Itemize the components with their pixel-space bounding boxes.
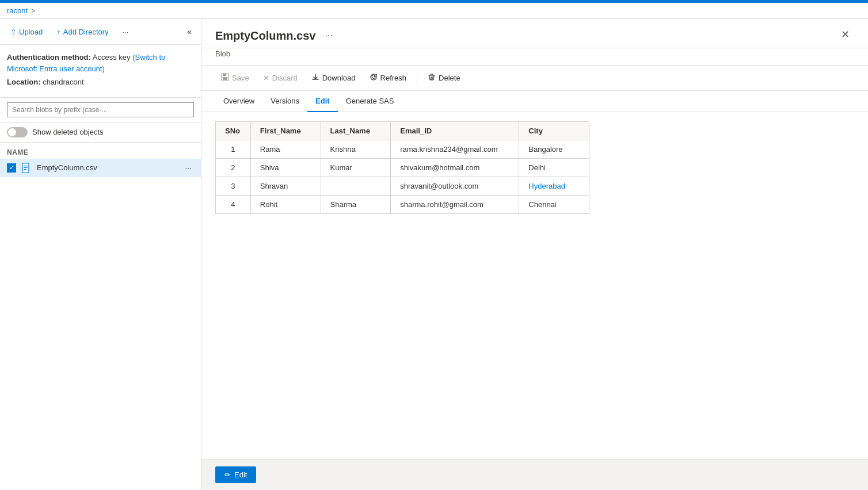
sidebar: ⇧ Upload + Add Directory ··· « Authentic… [0,19,201,490]
upload-button[interactable]: ⇧ Upload [7,25,46,39]
cell-email: shivakum@hotmail.com [391,159,519,177]
add-directory-icon: + [56,28,61,36]
breadcrumb-racont[interactable]: racont [7,6,28,15]
cell-lastname: Kumar [321,159,391,177]
sidebar-search [0,98,201,122]
edit-pencil-icon: ✏ [224,470,231,479]
detail-content: SNo First_Name Last_Name Email_ID City 1… [201,112,868,459]
download-icon [311,73,319,83]
svg-rect-5 [223,74,226,76]
cell-city: Bangalore [519,140,589,159]
cell-city: Delhi [519,159,589,177]
detail-toolbar: Save ✕ Discard Download Refresh [201,66,868,91]
more-toolbar-icon: ··· [123,28,129,36]
svg-rect-1 [24,166,28,166]
checkbox-check: ✓ [9,164,14,171]
file-icon [21,162,32,174]
col-header-city: City [519,122,589,140]
cell-lastname: Sharma [321,196,391,214]
cell-sno: 3 [216,177,251,196]
breadcrumb-separator: > [31,7,35,15]
auth-method-label: Authentication method: [7,53,91,62]
tab-versions[interactable]: Versions [262,91,307,112]
edit-button[interactable]: ✏ Edit [215,466,256,483]
cell-email: rama.krishna234@gmail.com [391,140,519,159]
detail-ellipsis-button[interactable]: ··· [322,28,334,43]
cell-firstname: Rama [250,140,321,159]
save-button[interactable]: Save [215,70,255,86]
cell-sno: 2 [216,159,251,177]
detail-subtitle: Blob [201,48,868,66]
show-deleted-toggle[interactable]: Show deleted objects [0,122,201,143]
tab-overview[interactable]: Overview [215,91,262,112]
toolbar-divider [417,71,417,85]
svg-rect-6 [223,77,227,80]
detail-close-button[interactable]: ✕ [836,26,854,43]
add-directory-button[interactable]: + Add Directory [53,25,112,39]
cell-firstname: Rohit [250,196,321,214]
table-row: 1 Rama Krishna rama.krishna234@gmail.com… [216,140,589,159]
save-label: Save [232,74,249,82]
location-label: Location: [7,78,41,86]
csv-table: SNo First_Name Last_Name Email_ID City 1… [215,121,589,214]
cell-sno: 4 [216,196,251,214]
col-header-email: Email_ID [391,122,519,140]
refresh-button[interactable]: Refresh [364,70,413,86]
save-icon [221,73,229,83]
detail-tabs: Overview Versions Edit Generate SAS [201,91,868,112]
discard-button[interactable]: ✕ Discard [257,71,303,85]
col-header-sno: SNo [216,122,251,140]
cell-lastname: Krishna [321,140,391,159]
discard-label: Discard [272,74,298,82]
detail-footer: ✏ Edit [201,459,868,490]
sidebar-meta: Authentication method: Access key (Switc… [0,45,201,98]
tab-edit[interactable]: Edit [307,91,338,112]
upload-label: Upload [19,28,43,36]
cell-sno: 1 [216,140,251,159]
file-list: ✓ EmptyColumn.csv ··· [0,159,201,491]
sidebar-collapse-button[interactable]: « [185,25,194,39]
download-button[interactable]: Download [306,70,361,86]
detail-title: EmptyColumn.csv [215,29,315,43]
cell-city: Hyderabad [519,177,589,196]
delete-button[interactable]: Delete [422,70,466,86]
tab-generate-sas[interactable]: Generate SAS [338,91,402,112]
cell-firstname: Shiva [250,159,321,177]
toggle-switch[interactable] [7,127,28,137]
detail-panel: EmptyColumn.csv ··· ✕ Blob Save ✕ Discar… [201,19,868,490]
upload-icon: ⇧ [10,28,17,36]
discard-icon: ✕ [263,74,269,82]
cell-city: Chennai [519,196,589,214]
svg-rect-2 [24,167,28,168]
search-input[interactable] [7,102,194,117]
detail-header: EmptyColumn.csv ··· ✕ [201,19,868,48]
col-header-lastname: Last_Name [321,122,391,140]
svg-rect-3 [24,169,26,170]
cell-firstname: Shravan [250,177,321,196]
list-item[interactable]: ✓ EmptyColumn.csv ··· [0,159,201,177]
file-name: EmptyColumn.csv [37,163,178,172]
delete-icon [428,73,436,83]
cell-email: shravanit@outlook.com [391,177,519,196]
auth-method-access-key: Access key [93,53,131,62]
edit-button-label: Edit [234,470,247,479]
sidebar-toolbar: ⇧ Upload + Add Directory ··· « [0,19,201,45]
files-header: Name [0,143,201,159]
location-name: chandracont [43,78,84,86]
table-row: 3 Shravan shravanit@outlook.com Hyderaba… [216,177,589,196]
refresh-label: Refresh [380,74,407,82]
breadcrumb: racont > [0,3,868,19]
delete-label: Delete [439,74,460,82]
toggle-knob [8,128,16,136]
more-toolbar-button[interactable]: ··· [119,25,132,39]
col-header-firstname: First_Name [250,122,321,140]
file-more-button[interactable]: ··· [182,162,194,174]
toggle-label: Show deleted objects [32,128,104,136]
download-label: Download [322,74,356,82]
cell-lastname [321,177,391,196]
file-checkbox[interactable]: ✓ [7,163,16,173]
cell-email: sharma.rohit@gmail.com [391,196,519,214]
add-directory-label: Add Directory [63,28,109,36]
refresh-icon [370,73,378,83]
table-row: 2 Shiva Kumar shivakum@hotmail.com Delhi [216,159,589,177]
